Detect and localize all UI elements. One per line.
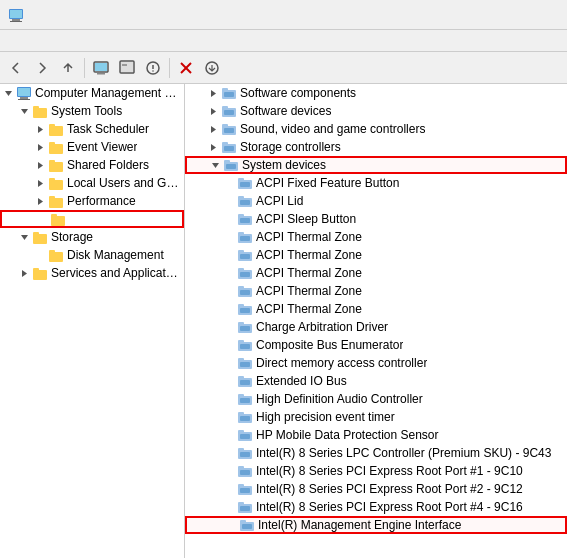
expand-icon-local-users <box>32 175 48 191</box>
right-tree-label-intel-lpc: Intel(R) 8 Series LPC Controller (Premiu… <box>256 446 551 460</box>
console-button[interactable] <box>115 56 139 80</box>
folder-icon <box>48 193 64 209</box>
svg-point-12 <box>152 70 154 72</box>
device-item-icon-composite-bus <box>237 337 253 353</box>
svg-marker-57 <box>211 126 216 133</box>
svg-rect-106 <box>238 394 244 398</box>
expand-icon-task-scheduler <box>32 121 48 137</box>
right-tree-item-acpi-fixed[interactable]: ACPI Fixed Feature Button <box>185 174 567 192</box>
right-tree-item-hp-mobile[interactable]: HP Mobile Data Protection Sensor <box>185 426 567 444</box>
right-tree-item-hp-event-timer[interactable]: High precision event timer <box>185 408 567 426</box>
left-tree-item-device-manager[interactable]: Device Manager <box>0 210 184 228</box>
delete-button[interactable] <box>174 56 198 80</box>
menu-view[interactable] <box>36 39 52 43</box>
svg-rect-29 <box>49 142 55 146</box>
right-tree-item-intel-pci-1[interactable]: Intel(R) 8 Series PCI Express Root Port … <box>185 462 567 480</box>
right-tree-item-charge-arbitration[interactable]: Charge Arbitration Driver <box>185 318 567 336</box>
up-button[interactable] <box>56 56 80 80</box>
right-tree-item-acpi-thermal-1[interactable]: ACPI Thermal Zone <box>185 228 567 246</box>
right-tree-item-hd-audio[interactable]: High Definition Audio Controller <box>185 390 567 408</box>
properties-button[interactable] <box>141 56 165 80</box>
right-tree-item-intel-lpc[interactable]: Intel(R) 8 Series LPC Controller (Premiu… <box>185 444 567 462</box>
svg-marker-65 <box>212 163 219 168</box>
right-tree-label-intel-mei: Intel(R) Management Engine Interface <box>258 518 461 532</box>
svg-rect-107 <box>240 398 250 403</box>
right-tree-item-acpi-thermal-4[interactable]: ACPI Thermal Zone <box>185 282 567 300</box>
svg-marker-36 <box>38 198 43 205</box>
left-tree-item-system-tools[interactable]: System Tools <box>0 102 184 120</box>
menu-file[interactable] <box>4 39 20 43</box>
menu-action[interactable] <box>20 39 36 43</box>
menu-help[interactable] <box>52 39 68 43</box>
expand-icon-performance <box>32 193 48 209</box>
svg-rect-76 <box>238 214 244 218</box>
right-tree-item-acpi-thermal-5[interactable]: ACPI Thermal Zone <box>185 300 567 318</box>
toolbar-sep-1 <box>84 58 85 78</box>
right-tree-label-acpi-lid: ACPI Lid <box>256 194 303 208</box>
svg-rect-125 <box>240 506 250 511</box>
right-tree-item-intel-pci-3[interactable]: Intel(R) 8 Series PCI Express Root Port … <box>185 498 567 516</box>
svg-rect-68 <box>226 164 236 169</box>
right-tree-item-composite-bus[interactable]: Composite Bus Enumerator <box>185 336 567 354</box>
svg-rect-2 <box>10 21 22 22</box>
right-tree-item-acpi-sleep[interactable]: ACPI Sleep Button <box>185 210 567 228</box>
svg-rect-100 <box>238 358 244 362</box>
svg-rect-5 <box>95 63 107 71</box>
export-button[interactable] <box>200 56 224 80</box>
left-tree-item-task-scheduler[interactable]: Task Scheduler <box>0 120 184 138</box>
right-tree-item-sound-video[interactable]: Sound, video and game controllers <box>185 120 567 138</box>
left-tree-label-disk-management: Disk Management <box>67 248 164 262</box>
svg-rect-95 <box>240 326 250 331</box>
app-icon <box>8 7 24 23</box>
left-tree-item-root[interactable]: Computer Management (Local <box>0 84 184 102</box>
right-tree-label-software-components: Software components <box>240 86 356 100</box>
svg-rect-80 <box>240 236 250 241</box>
right-tree-label-acpi-thermal-2: ACPI Thermal Zone <box>256 248 362 262</box>
back-button[interactable] <box>4 56 28 80</box>
svg-rect-73 <box>238 196 244 200</box>
right-tree-item-software-devices[interactable]: Software devices <box>185 102 567 120</box>
left-tree-item-storage[interactable]: Storage <box>0 228 184 246</box>
left-tree-item-local-users[interactable]: Local Users and Groups <box>0 174 184 192</box>
device-item-icon-acpi-thermal-5 <box>237 301 253 317</box>
svg-rect-51 <box>222 88 228 92</box>
right-tree-item-extended-io[interactable]: Extended IO Bus <box>185 372 567 390</box>
left-tree-item-services-apps[interactable]: Services and Applications <box>0 264 184 282</box>
expand-icon-right-storage-controllers <box>205 139 221 155</box>
left-tree-item-event-viewer[interactable]: Event Viewer <box>0 138 184 156</box>
forward-button[interactable] <box>30 56 54 80</box>
right-tree-item-acpi-thermal-3[interactable]: ACPI Thermal Zone <box>185 264 567 282</box>
svg-marker-46 <box>22 270 27 277</box>
right-tree-item-acpi-thermal-2[interactable]: ACPI Thermal Zone <box>185 246 567 264</box>
svg-rect-60 <box>224 128 234 133</box>
right-tree-item-acpi-lid[interactable]: ACPI Lid <box>185 192 567 210</box>
right-tree-item-direct-memory[interactable]: Direct memory access controller <box>185 354 567 372</box>
right-tree-label-sound-video: Sound, video and game controllers <box>240 122 425 136</box>
svg-rect-20 <box>18 99 30 100</box>
expand-icon-right-system-devices <box>207 157 223 173</box>
right-tree-item-software-components[interactable]: Software components <box>185 84 567 102</box>
svg-rect-110 <box>240 416 250 421</box>
expand-icon-right-sound-video <box>205 121 221 137</box>
menu-bar <box>0 30 567 52</box>
svg-rect-83 <box>240 254 250 259</box>
right-tree-label-acpi-sleep: ACPI Sleep Button <box>256 212 356 226</box>
right-tree-item-storage-controllers[interactable]: Storage controllers <box>185 138 567 156</box>
expand-icon-services-apps <box>16 265 32 281</box>
svg-rect-3 <box>10 10 22 18</box>
show-hide-button[interactable] <box>89 56 113 80</box>
device-folder-icon-software-devices <box>221 103 237 119</box>
left-tree-item-performance[interactable]: Performance <box>0 192 184 210</box>
svg-rect-115 <box>238 448 244 452</box>
svg-rect-8 <box>121 62 133 72</box>
left-tree-item-shared-folders[interactable]: Shared Folders <box>0 156 184 174</box>
right-tree-label-acpi-thermal-1: ACPI Thermal Zone <box>256 230 362 244</box>
left-tree-label-shared-folders: Shared Folders <box>67 158 149 172</box>
left-tree-item-disk-management[interactable]: Disk Management <box>0 246 184 264</box>
right-tree-item-system-devices[interactable]: System devices <box>185 156 567 174</box>
right-tree-item-intel-mei[interactable]: Intel(R) Management Engine Interface <box>185 516 567 534</box>
right-tree-item-intel-pci-2[interactable]: Intel(R) 8 Series PCI Express Root Port … <box>185 480 567 498</box>
toolbar <box>0 52 567 84</box>
device-item-icon-intel-pci-3 <box>237 499 253 515</box>
left-panel: Computer Management (Local System Tools … <box>0 84 185 558</box>
